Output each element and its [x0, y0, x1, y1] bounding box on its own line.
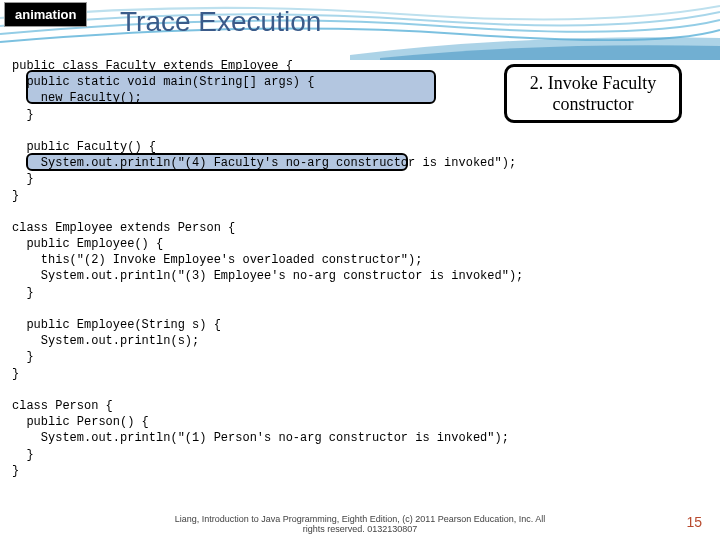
page-number: 15: [686, 514, 702, 530]
copyright-footer: Liang, Introduction to Java Programming,…: [0, 514, 720, 534]
slide-title: Trace Execution: [120, 6, 321, 38]
footer-line-2: rights reserved. 0132130807: [0, 524, 720, 534]
wave-background: [0, 0, 720, 60]
footer-line-1: Liang, Introduction to Java Programming,…: [0, 514, 720, 524]
step-callout: 2. Invoke Faculty constructor: [504, 64, 682, 123]
animation-tag: animation: [4, 2, 87, 27]
